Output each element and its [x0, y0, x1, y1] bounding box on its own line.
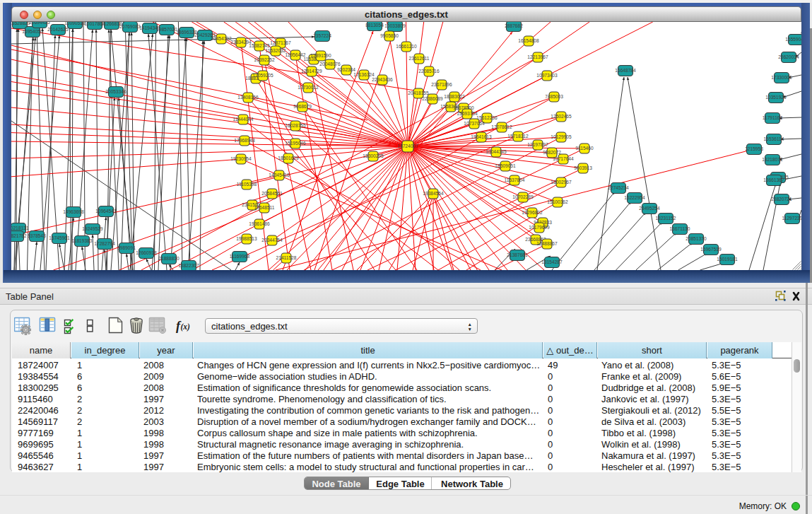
svg-text:14963698: 14963698: [63, 209, 84, 214]
svg-text:18724007: 18724007: [397, 144, 418, 148]
svg-text:19230954: 19230954: [230, 156, 252, 161]
svg-text:9905850: 9905850: [380, 33, 399, 38]
svg-text:13661367: 13661367: [763, 177, 784, 182]
svg-text:12502465: 12502465: [551, 114, 572, 119]
svg-text:15612236: 15612236: [476, 115, 498, 120]
svg-text:20769083: 20769083: [119, 24, 141, 29]
svg-text:16661210: 16661210: [396, 44, 417, 49]
svg-text:11532032: 11532032: [266, 48, 286, 53]
svg-text:12914729: 12914729: [301, 69, 322, 74]
svg-text:19361486: 19361486: [249, 221, 270, 226]
svg-text:23671896: 23671896: [431, 82, 452, 87]
svg-text:15382745: 15382745: [249, 43, 270, 48]
svg-text:22085716: 22085716: [418, 69, 440, 74]
svg-text:10129905: 10129905: [551, 134, 572, 139]
svg-text:12871367: 12871367: [270, 40, 291, 45]
svg-text:17330000: 17330000: [771, 75, 792, 80]
svg-text:17648511: 17648511: [254, 205, 275, 210]
svg-text:19857020: 19857020: [156, 27, 177, 32]
svg-text:9068679: 9068679: [293, 104, 312, 109]
svg-text:15718312: 15718312: [507, 134, 529, 139]
svg-text:13408156: 13408156: [237, 95, 259, 100]
svg-text:23620034: 23620034: [778, 54, 799, 59]
svg-text:10179699: 10179699: [529, 225, 550, 230]
svg-text:15967519: 15967519: [700, 247, 722, 252]
svg-text:3215958: 3215958: [745, 146, 763, 151]
svg-text:2887682: 2887682: [505, 23, 523, 28]
svg-text:20418155: 20418155: [408, 90, 429, 95]
svg-text:9378543: 9378543: [28, 233, 46, 238]
svg-text:17282794: 17282794: [94, 241, 115, 246]
svg-text:10090518: 10090518: [64, 22, 86, 25]
svg-text:22943436: 22943436: [372, 77, 393, 82]
svg-text:18218072: 18218072: [762, 157, 783, 162]
svg-text:15559047: 15559047: [785, 37, 801, 42]
svg-text:16536114: 16536114: [764, 136, 784, 141]
svg-text:20048076: 20048076: [319, 62, 341, 66]
svg-text:20584561: 20584561: [261, 191, 283, 196]
svg-text:11791163: 11791163: [763, 115, 783, 120]
svg-text:13822307: 13822307: [178, 263, 199, 268]
svg-text:14821782: 14821782: [11, 233, 27, 238]
svg-text:18231152: 18231152: [656, 216, 676, 221]
svg-text:12488867: 12488867: [536, 241, 558, 246]
svg-text:9989091: 9989091: [117, 245, 136, 250]
svg-text:18300295: 18300295: [363, 153, 384, 158]
svg-text:10717644: 10717644: [553, 156, 574, 161]
svg-text:16222954: 16222954: [624, 195, 645, 200]
svg-text:19249529: 19249529: [82, 226, 103, 231]
svg-text:11956442: 11956442: [286, 52, 306, 57]
svg-text:19296802: 19296802: [522, 210, 543, 215]
svg-text:10044345: 10044345: [486, 149, 507, 154]
svg-text:13528829: 13528829: [11, 22, 30, 25]
svg-text:20851370: 20851370: [686, 236, 707, 241]
svg-text:20454192: 20454192: [211, 36, 232, 41]
svg-text:11169968: 11169968: [230, 254, 250, 259]
svg-text:15100362: 15100362: [547, 199, 568, 204]
svg-text:16745961: 16745961: [49, 235, 70, 240]
svg-text:17136324: 17136324: [353, 72, 375, 77]
svg-text:20053346: 20053346: [105, 89, 126, 94]
svg-text:18501629: 18501629: [278, 156, 299, 160]
svg-text:17078612: 17078612: [491, 124, 512, 129]
svg-text:12660918: 12660918: [136, 250, 157, 255]
svg-text:10702289: 10702289: [512, 194, 534, 199]
svg-text:11819383: 11819383: [72, 238, 93, 243]
svg-text:21411528: 21411528: [276, 255, 297, 260]
svg-text:12891590: 12891590: [310, 53, 331, 58]
svg-text:9202384: 9202384: [337, 67, 355, 72]
svg-text:7357224: 7357224: [313, 33, 331, 38]
svg-text:20344754: 20344754: [261, 238, 283, 243]
svg-text:9115460: 9115460: [575, 146, 594, 151]
svg-text:18002967: 18002967: [551, 180, 572, 185]
svg-text:7485003: 7485003: [545, 94, 563, 99]
svg-text:11537804: 11537804: [505, 177, 525, 182]
svg-text:15693754: 15693754: [457, 111, 478, 116]
svg-text:22745234: 22745234: [608, 185, 629, 190]
svg-text:10964541: 10964541: [95, 209, 117, 214]
svg-text:21888810: 21888810: [158, 256, 180, 261]
svg-text:11297239: 11297239: [782, 216, 801, 221]
svg-text:18509051: 18509051: [495, 163, 516, 168]
svg-text:23612611: 23612611: [409, 56, 430, 61]
svg-text:19988513: 19988513: [236, 236, 257, 241]
svg-text:10033809: 10033809: [384, 23, 406, 28]
svg-text:20142625: 20142625: [47, 27, 69, 32]
svg-text:23820721: 23820721: [771, 197, 792, 201]
svg-text:12213967: 12213967: [527, 54, 548, 59]
svg-text:13730012: 13730012: [298, 85, 319, 90]
svg-text:10351929: 10351929: [765, 95, 787, 100]
svg-text:10737064: 10737064: [464, 121, 485, 126]
svg-text:19384554: 19384554: [423, 191, 444, 196]
svg-text:16648784: 16648784: [615, 68, 636, 73]
svg-text:9882072: 9882072: [543, 150, 561, 155]
svg-text:13671130: 13671130: [670, 226, 690, 231]
svg-text:16028755: 16028755: [285, 123, 306, 128]
svg-text:(x): (x): [181, 322, 191, 332]
svg-text:18383022: 18383022: [444, 94, 465, 99]
svg-text:9003913: 9003913: [574, 165, 592, 170]
svg-text:10392252: 10392252: [254, 57, 275, 62]
svg-text:21387681: 21387681: [507, 252, 528, 257]
svg-text:16154808: 16154808: [518, 38, 539, 43]
svg-text:13154287: 13154287: [541, 259, 563, 264]
